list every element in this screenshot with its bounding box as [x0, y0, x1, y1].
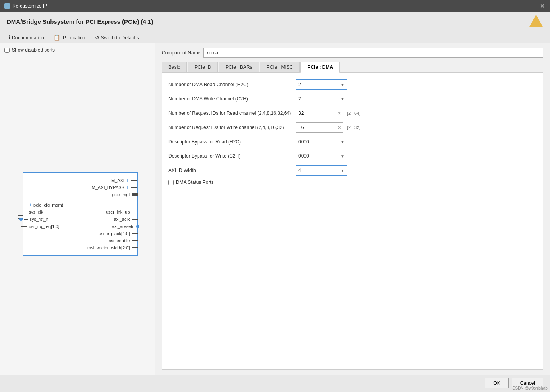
pcie-cfg-mgmt-plus-icon: +: [29, 201, 32, 209]
req-ids-read-input[interactable]: [296, 108, 336, 118]
req-ids-write-input[interactable]: [296, 123, 336, 132]
dma-status-ports-label: DMA Status Ports: [176, 180, 214, 185]
desc-bypass-read-select[interactable]: 0000 ▼: [296, 137, 347, 147]
ip-block: M_AXI + M_AXI_BYPASS +: [23, 172, 138, 256]
chevron-down-icon-2: ▼: [341, 97, 345, 101]
left-panel: Show disabled ports: [0, 43, 155, 375]
desc-bypass-write-select[interactable]: 0000 ▼: [296, 151, 347, 161]
port-msi-vector-width: msi_vector_width[2:0]: [27, 244, 132, 251]
right-panel: Component Name Basic PCIe ID PCIe : BARs…: [155, 43, 550, 375]
port-pcie-cfg-mgmt: + pcie_cfg_mgmt: [27, 201, 132, 209]
switch-defaults-label: Switch to Defaults: [101, 35, 139, 41]
port-user-lnk-up-label: user_lnk_up: [106, 209, 130, 216]
port-pcie-cfg-mgmt-label: pcie_cfg_mgmt: [33, 201, 63, 209]
port-axi-aclk-label: axi_aclk: [114, 216, 130, 223]
info-icon: ℹ: [8, 35, 10, 41]
port-msi-enable: msi_enable: [27, 237, 132, 244]
m-axi-bypass-plus-icon: +: [126, 184, 129, 191]
ip-location-button[interactable]: 📋 IP Location: [52, 34, 87, 41]
port-axi-aresetn-label: axi_aresetn: [112, 223, 135, 230]
req-ids-read-clear-button[interactable]: ✕: [336, 110, 343, 117]
desc-bypass-read-label: Descriptor Bypass for Read (H2C): [168, 139, 296, 145]
ip-location-label: IP Location: [62, 35, 85, 41]
page-title: DMA/Bridge Subsystem for PCI Express (PC…: [7, 18, 153, 25]
port-m-axi-bypass-label: M_AXI_BYPASS: [92, 184, 124, 191]
close-button[interactable]: ✕: [539, 3, 546, 9]
req-ids-read-row: Number of Request IDs for Read channel (…: [168, 108, 536, 118]
req-ids-read-label: Number of Request IDs for Read channel (…: [168, 110, 296, 116]
port-m-axi-label: M_AXI: [111, 177, 124, 184]
port-pcie-mgt-label: pcie_mgt: [112, 191, 130, 198]
ok-button[interactable]: OK: [485, 378, 508, 388]
main-window: Re-customize IP ✕ DMA/Bridge Subsystem f…: [0, 0, 550, 392]
port-msi-enable-label: msi_enable: [107, 237, 130, 244]
port-msi-vector-width-label: msi_vector_width[2:0]: [87, 244, 130, 251]
tab-pcie-dma[interactable]: PCIe : DMA: [300, 62, 340, 73]
chevron-down-icon-5: ▼: [341, 168, 345, 173]
refresh-icon: ↺: [95, 35, 99, 41]
desc-bypass-read-value: 0000: [298, 139, 309, 145]
dma-read-channel-select[interactable]: 2 ▼: [296, 79, 347, 90]
port-m-axi: M_AXI +: [27, 177, 132, 184]
xilinx-logo: [529, 15, 543, 29]
tab-pcie-id[interactable]: PCIe ID: [188, 62, 218, 72]
show-disabled-label: Show disabled ports: [12, 47, 55, 53]
window-title: Re-customize IP: [12, 3, 47, 9]
documentation-label: Documentation: [12, 35, 44, 41]
footer: OK Cancel: [0, 375, 550, 392]
tab-pcie-bars[interactable]: PCIe : BARs: [219, 62, 259, 72]
desc-bypass-write-value: 0000: [298, 153, 309, 159]
chevron-down-icon: ▼: [341, 83, 345, 87]
axi-id-width-value: 4: [298, 168, 301, 173]
port-usr-irq-ack: usr_irq_ack[1:0]: [27, 230, 132, 237]
desc-bypass-read-control: 0000 ▼: [296, 137, 347, 147]
desc-bypass-read-row: Descriptor Bypass for Read (H2C) 0000 ▼: [168, 137, 536, 147]
req-ids-write-label: Number of Request IDs for Write channel …: [168, 125, 296, 130]
title-bar: Re-customize IP ✕: [0, 0, 550, 12]
port-sys-rst-n-label: sys_rst_n: [30, 216, 48, 223]
axi-id-width-select[interactable]: 4 ▼: [296, 165, 347, 176]
dma-read-channel-control: 2 ▼: [296, 79, 347, 90]
dma-status-ports-row: DMA Status Ports: [168, 180, 536, 185]
location-icon: 📋: [54, 35, 60, 41]
chevron-down-icon-3: ▼: [341, 140, 345, 144]
diagram-area: M_AXI + M_AXI_BYPASS +: [4, 58, 151, 371]
window-icon: [4, 3, 10, 9]
tab-pcie-misc[interactable]: PCIe : MISC: [260, 62, 300, 72]
dma-read-channel-label: Number of DMA Read Channel (H2C): [168, 82, 296, 87]
m-axi-plus-icon: +: [126, 177, 129, 184]
toolbar: ℹ Documentation 📋 IP Location ↺ Switch t…: [0, 32, 550, 43]
req-ids-read-input-group: ✕: [296, 108, 343, 118]
main-content: Show disabled ports: [0, 43, 550, 375]
axi-id-width-label: AXI ID Width: [168, 168, 296, 173]
desc-bypass-write-label: Descriptor Bypass for Write (C2H): [168, 153, 296, 159]
component-name-input[interactable]: [203, 48, 543, 58]
port-sys-rst-n: sys_rst_n axi_aclk: [27, 216, 132, 223]
dma-write-channel-value: 2: [298, 96, 301, 102]
axi-id-width-control: 4 ▼: [296, 165, 347, 176]
chevron-down-icon-4: ▼: [341, 154, 345, 158]
tabs-bar: Basic PCIe ID PCIe : BARs PCIe : MISC PC…: [162, 62, 543, 73]
desc-bypass-write-control: 0000 ▼: [296, 151, 347, 161]
port-usr-irq-req: usr_irq_req[1:0] axi_aresetn: [27, 223, 132, 230]
dma-write-channel-select[interactable]: 2 ▼: [296, 94, 347, 104]
axi-id-width-row: AXI ID Width 4 ▼: [168, 165, 536, 176]
header-bar: DMA/Bridge Subsystem for PCI Express (PC…: [0, 12, 550, 32]
port-pcie-mgt: pcie_mgt: [27, 191, 132, 198]
dma-status-ports-checkbox[interactable]: [168, 180, 174, 185]
title-bar-left: Re-customize IP: [4, 3, 47, 9]
port-usr-irq-ack-label: usr_irq_ack[1:0]: [99, 230, 130, 237]
port-sys-clk-label: sys_clk: [29, 209, 43, 216]
dma-write-channel-row: Number of DMA Write Channel (C2H) 2 ▼: [168, 94, 536, 104]
switch-defaults-button[interactable]: ↺ Switch to Defaults: [93, 34, 141, 41]
tab-content-pcie-dma: Number of DMA Read Channel (H2C) 2 ▼ Num…: [162, 73, 543, 370]
dma-write-channel-control: 2 ▼: [296, 94, 347, 104]
tab-basic[interactable]: Basic: [162, 62, 187, 72]
desc-bypass-write-row: Descriptor Bypass for Write (C2H) 0000 ▼: [168, 151, 536, 161]
show-disabled-checkbox[interactable]: [4, 48, 10, 53]
port-sys-clk: sys_clk user_lnk_up: [27, 209, 132, 216]
req-ids-write-clear-button[interactable]: ✕: [336, 124, 343, 131]
dma-read-channel-row: Number of DMA Read Channel (H2C) 2 ▼: [168, 79, 536, 90]
dma-read-channel-value: 2: [298, 82, 301, 87]
documentation-button[interactable]: ℹ Documentation: [7, 34, 46, 41]
